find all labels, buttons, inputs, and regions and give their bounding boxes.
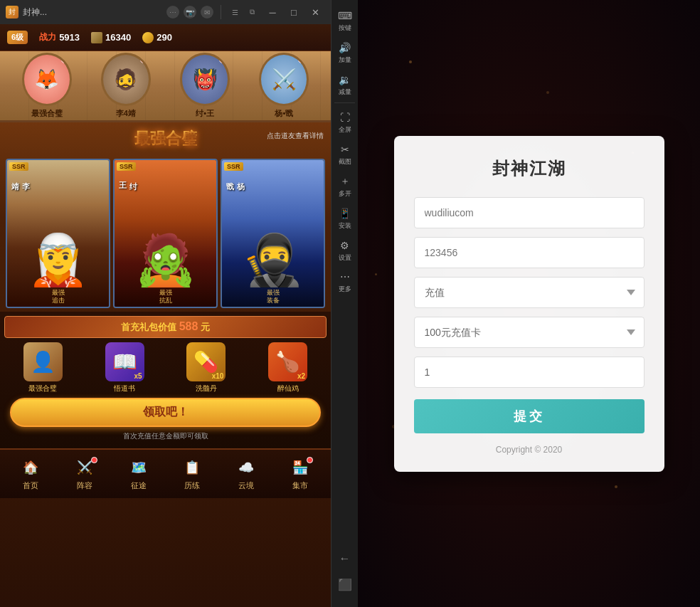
password-input[interactable]: [414, 237, 645, 268]
close-button[interactable]: ✕: [305, 2, 325, 22]
copyright-text: Copyright © 2020: [414, 445, 645, 455]
bottom-nav: 🏠 首页 ⚔️ 阵容 🗺️ 征途 📋 历练 ☁️ 云境 🏪 集市: [0, 448, 331, 498]
multi-icon: ＋: [338, 174, 352, 189]
nav-train[interactable]: 📋 历练: [179, 457, 205, 491]
particle-6: [546, 91, 549, 94]
settings-label: 设置: [339, 254, 351, 262]
gift-item-4[interactable]: 🍗 x2 醉仙鸡: [249, 342, 327, 394]
level-badge: 6级: [7, 31, 28, 44]
volume-up-label: 加量: [339, 56, 351, 64]
gift-name-2: 悟道书: [114, 384, 135, 394]
window-title: 封神...: [23, 6, 162, 19]
volume-up-icon: 🔊: [338, 41, 352, 55]
coin-stat: 290: [142, 32, 172, 43]
more-button[interactable]: ⋯: [166, 6, 179, 19]
camera-button[interactable]: 📷: [184, 6, 196, 19]
coin-icon: [142, 32, 154, 43]
char-card-yangzhan[interactable]: SSR 杨戬 🥷 最强 装备: [221, 159, 325, 308]
login-card: 封神江湖 充值 提现 查询 100元充值卡 50元充值卡 200元充值卡 提交 …: [394, 136, 664, 472]
app-icon: 封: [6, 6, 18, 19]
gift-section: 首充礼包价值 588 元 👤 最强合璧 📖 x5 悟道书: [0, 312, 331, 448]
gift-item-3[interactable]: 💊 x10 洗髓丹: [168, 342, 245, 394]
nav-icon-quest: 🗺️: [126, 457, 152, 478]
char-avatar-4[interactable]: ⚔️ 杨•戬: [259, 53, 309, 119]
username-input[interactable]: [414, 197, 645, 228]
nav-quest[interactable]: 🗺️ 征途: [126, 457, 152, 491]
emulator-sidebar: ⌨ 按键 🔊 加量 🔉 减量 ⛶ 全屏 ✂ 截图 ＋ 多开 📱 安装 ⚙ 设置 …: [331, 0, 358, 607]
power-value: 5913: [59, 32, 80, 43]
more-icon: ⋯: [338, 270, 352, 284]
gift-name-1: 最强合璧: [28, 384, 57, 394]
volume-down-label: 减量: [339, 88, 351, 96]
back-button[interactable]: ←: [335, 549, 355, 569]
more-label: 更多: [339, 285, 351, 293]
nav-world[interactable]: ☁️ 云境: [233, 457, 259, 491]
game-area[interactable]: 🦊 最强合璧 🧔 李4靖 👹 纣•王 ⚔️ 杨•戬 最强合璧: [0, 51, 331, 607]
ssr-badge-2: SSR: [117, 162, 136, 171]
volume-down-icon: 🔉: [338, 73, 352, 87]
card-type-select[interactable]: 100元充值卡 50元充值卡 200元充值卡: [414, 317, 645, 348]
home-hw-button[interactable]: ⬛: [335, 574, 355, 594]
nav-home[interactable]: 🏠 首页: [18, 457, 43, 491]
sidebar-volume-down[interactable]: 🔉 减量: [334, 70, 356, 99]
ssr-badge-3: SSR: [224, 162, 243, 171]
sidebar-more[interactable]: ⋯ 更多: [334, 267, 356, 296]
submit-button[interactable]: 提交: [414, 399, 645, 433]
sidebar-install[interactable]: 📱 安装: [334, 204, 356, 233]
char-avatar-1[interactable]: 🦊 最强合璧: [22, 53, 72, 119]
nav-icon-team: ⚔️: [72, 457, 97, 478]
gift-banner-value: 588: [179, 320, 198, 332]
nav-label-home: 首页: [23, 480, 38, 491]
power-label: 战力: [39, 31, 56, 43]
sword-stat: 16340: [91, 32, 131, 43]
char-name-4: 杨•戬: [275, 108, 293, 119]
particle-1: [409, 60, 412, 63]
sidebar-fullscreen[interactable]: ⛶ 全屏: [334, 107, 356, 137]
title-bar: 封 封神... ⋯ 📷 ✉ ☰ ⧉ ─ □ ✕: [0, 0, 331, 24]
char-card-lijing[interactable]: SSR 李靖 🧝 最强 追击: [6, 159, 110, 308]
gift-banner-text: 首充礼包价值 588 元: [121, 322, 210, 332]
nav-label-train: 历练: [184, 480, 200, 491]
nav-team[interactable]: ⚔️ 阵容: [72, 457, 97, 491]
char-avatar-2[interactable]: 🧔 李4靖: [101, 53, 151, 119]
char-name-1: 最强合璧: [31, 108, 63, 119]
gift-item-1[interactable]: 👤 最强合璧: [4, 342, 82, 394]
nav-icon-world: ☁️: [233, 457, 259, 478]
gift-item-2[interactable]: 📖 x5 悟道书: [86, 342, 164, 394]
char-card-tuowang[interactable]: SSR 纣王 🧟 最强 抗乱: [113, 159, 218, 308]
nav-icon-home: 🏠: [18, 457, 43, 478]
view-details-text[interactable]: 点击道友查看详情: [267, 131, 324, 141]
coin-value: 290: [157, 32, 172, 43]
sidebar-screenshot[interactable]: ✂ 截图: [334, 139, 356, 169]
nav-market[interactable]: 🏪 集市: [287, 457, 313, 491]
claim-sub-text: 首次充值任意金额即可领取: [4, 431, 327, 441]
recharge-type-select[interactable]: 充值 提现 查询: [414, 277, 645, 308]
particle-5: [375, 273, 377, 275]
gift-icon-3: 💊 x10: [186, 342, 226, 381]
character-strip: 🦊 最强合璧 🧔 李4靖 👹 纣•王 ⚔️ 杨•戬: [0, 51, 331, 122]
char-desc-2: 最强 抗乱: [159, 289, 172, 305]
sidebar-volume-up[interactable]: 🔊 加量: [334, 38, 356, 67]
sword-value: 16340: [105, 32, 131, 43]
sword-icon: [91, 32, 102, 43]
power-stat: 战力 5913: [39, 31, 80, 43]
quantity-input[interactable]: [414, 357, 645, 388]
gift-items: 👤 最强合璧 📖 x5 悟道书 💊 x10 洗髓丹: [4, 342, 327, 394]
maximize-button[interactable]: □: [284, 2, 304, 22]
ssr-badge-1: SSR: [9, 162, 28, 171]
sidebar-multi[interactable]: ＋ 多开: [334, 171, 356, 201]
nav-icon-train: 📋: [179, 457, 205, 478]
minimize-button[interactable]: ─: [262, 2, 282, 22]
stats-bar: 6级 战力 5913 16340 290: [0, 24, 331, 51]
title-banner: 最强合璧 点击道友查看详情: [0, 122, 331, 155]
claim-button[interactable]: 领取吧！: [10, 398, 321, 427]
char-avatar-3[interactable]: 👹 纣•王: [180, 53, 230, 119]
sidebar-keyboard[interactable]: ⌨ 按键: [334, 6, 356, 35]
sidebar-settings[interactable]: ⚙ 设置: [334, 236, 356, 265]
multi-button[interactable]: ⧉: [245, 6, 258, 19]
particle-4: [615, 485, 617, 488]
menu-button[interactable]: ☰: [228, 6, 241, 19]
message-button[interactable]: ✉: [201, 6, 213, 19]
nav-label-world: 云境: [238, 480, 254, 491]
gift-name-4: 醉仙鸡: [277, 384, 299, 394]
